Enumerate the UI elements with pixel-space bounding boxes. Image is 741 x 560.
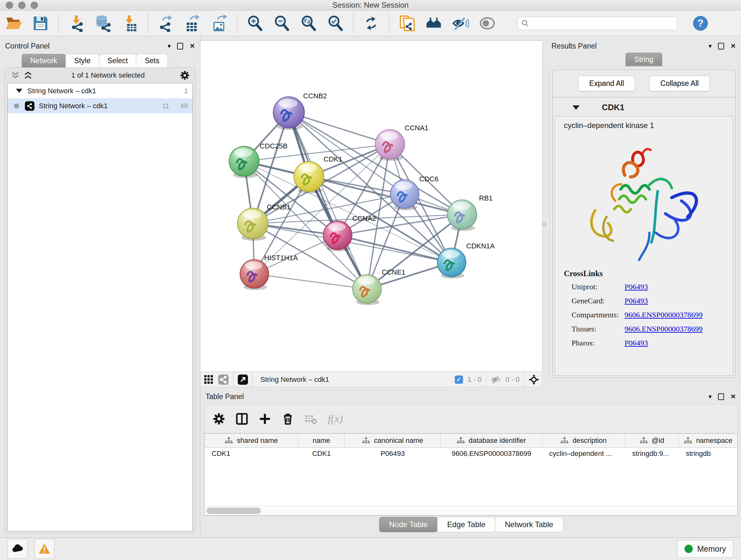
column-header-namespace[interactable]: namespace [679, 434, 738, 447]
zoom-fit-icon[interactable] [299, 14, 318, 33]
table-header-row: shared name name canonical name database… [205, 434, 738, 448]
crosslink-label: Pharos: [564, 339, 624, 348]
panel-float-icon[interactable] [177, 43, 183, 50]
network-node-HIST1H1A[interactable]: HIST1H1A [240, 254, 298, 290]
column-header-name[interactable]: name [298, 434, 345, 447]
selected-checkbox-icon[interactable]: ✓ [455, 375, 463, 384]
open-file-icon[interactable] [4, 14, 23, 33]
first-neighbors-icon[interactable] [424, 14, 443, 33]
tab-style[interactable]: Style [65, 54, 99, 67]
table-gear-icon[interactable] [213, 413, 225, 425]
show-columns-icon[interactable] [236, 413, 248, 425]
panel-float-icon[interactable] [718, 393, 724, 400]
help-icon[interactable]: ? [693, 16, 708, 30]
panel-menu-icon[interactable]: ▾ [167, 42, 171, 50]
hide-selected-icon[interactable] [451, 14, 470, 33]
center-view-icon[interactable] [529, 374, 539, 385]
crosslinks-title: CrossLinks [564, 269, 730, 278]
network-node-CDKN1A[interactable]: CDKN1A [437, 242, 495, 278]
tab-network-table[interactable]: Network Table [495, 517, 563, 532]
horizontal-scrollbar[interactable] [205, 506, 738, 515]
copy-network-icon[interactable] [398, 14, 416, 33]
collapse-all-button[interactable]: Collapse All [649, 76, 710, 91]
crosslink-link[interactable]: P06493 [624, 297, 648, 305]
cell-namespace[interactable]: stringdb [679, 448, 738, 462]
zoom-in-icon[interactable] [246, 14, 264, 33]
crosslink-link[interactable]: P06493 [624, 339, 648, 348]
cell-canonical-name[interactable]: P06493 [345, 448, 441, 462]
show-all-icon[interactable] [478, 14, 496, 33]
expand-all-button[interactable]: Expand All [578, 76, 635, 91]
crosslink-link[interactable]: P06493 [624, 283, 648, 291]
panel-close-icon[interactable]: ✕ [731, 42, 736, 50]
column-header-database-identifier[interactable]: database identifier [441, 434, 542, 447]
detach-view-icon[interactable] [238, 374, 248, 385]
panel-close-icon[interactable]: ✕ [190, 42, 195, 50]
collapse-all-icon[interactable] [10, 71, 20, 79]
cell-shared-name[interactable]: CDK1 [205, 448, 298, 462]
refresh-icon[interactable] [362, 14, 381, 33]
cell-id[interactable]: stringdb:9... [625, 448, 679, 462]
cloud-button[interactable] [8, 539, 27, 559]
search-input[interactable] [532, 19, 674, 27]
zoom-out-icon[interactable] [273, 14, 291, 33]
column-header-id[interactable]: @id [625, 434, 679, 447]
memory-button[interactable]: Memory [677, 540, 733, 558]
entry-collapse-icon[interactable] [572, 105, 580, 110]
gear-icon[interactable] [180, 71, 190, 80]
crosslink-link[interactable]: 9606.ENSP00000378699 [624, 311, 703, 319]
network-node-CCNB2[interactable]: CCNB2 [273, 92, 327, 130]
zoom-selected-icon[interactable] [326, 14, 345, 33]
save-session-icon[interactable] [31, 14, 50, 33]
table-row[interactable]: CDK1 CDK1 P06493 9606.ENSP00000378699 cy… [205, 448, 738, 462]
network-node-CDK1[interactable]: CDK1 [294, 155, 342, 193]
export-network-icon[interactable] [156, 14, 175, 33]
expand-all-icon[interactable] [23, 71, 33, 79]
network-edge[interactable] [254, 274, 367, 289]
panel-menu-icon[interactable]: ▾ [709, 393, 712, 400]
scrollbar-thumb[interactable] [206, 508, 261, 514]
export-table-icon[interactable] [183, 14, 202, 33]
panel-menu-icon[interactable]: ▾ [709, 42, 712, 50]
network-edge[interactable] [338, 235, 452, 262]
crosslink-row: Compartments: 9606.ENSP00000378699 [564, 311, 730, 319]
tab-sets[interactable]: Sets [136, 54, 168, 67]
birds-eye-view-icon[interactable] [204, 374, 214, 385]
tab-edge-table[interactable]: Edge Table [437, 517, 495, 532]
delete-table-icon[interactable] [305, 413, 317, 425]
network-row[interactable]: String Network – cdk1 11 48 [8, 98, 192, 113]
network-edge[interactable] [289, 112, 367, 289]
column-header-canonical-name[interactable]: canonical name [345, 434, 441, 447]
import-network-icon[interactable] [67, 14, 85, 33]
warnings-button[interactable] [35, 539, 54, 559]
divider-handle[interactable] [542, 222, 547, 227]
add-column-icon[interactable] [259, 413, 271, 425]
network-share-icon[interactable] [218, 374, 228, 385]
import-network-from-database-icon[interactable] [94, 14, 112, 33]
tab-node-table[interactable]: Node Table [379, 517, 437, 532]
panel-divider[interactable] [542, 36, 546, 387]
tab-string[interactable]: String [625, 53, 662, 66]
network-canvas[interactable]: CCNB2CCNA1CDC25BCDK1CDC6RB1CCNB1CCNA2CDK… [200, 41, 542, 372]
delete-column-icon[interactable] [282, 413, 294, 425]
import-table-icon[interactable] [121, 14, 139, 33]
node-label: CCNE1 [382, 268, 406, 276]
network-node-CDC6[interactable]: CDC6 [390, 175, 439, 210]
panel-close-icon[interactable]: ✕ [731, 393, 736, 400]
tab-network[interactable]: Network [22, 54, 66, 67]
column-header-description[interactable]: description [542, 434, 625, 447]
network-node-RB1[interactable]: RB1 [448, 194, 493, 231]
column-header-shared-name[interactable]: shared name [205, 434, 298, 447]
cell-name[interactable]: CDK1 [298, 448, 345, 462]
cell-description[interactable]: cyclin–dependent ... [542, 448, 625, 462]
hidden-eye-icon[interactable] [491, 374, 501, 385]
network-collection-row[interactable]: String Network – cdk1 1 [8, 83, 192, 98]
export-image-icon[interactable] [210, 14, 228, 33]
tab-select[interactable]: Select [99, 54, 137, 67]
network-status-dot [14, 104, 19, 109]
function-builder-icon[interactable]: f(x) [328, 413, 343, 425]
cell-database-identifier[interactable]: 9606.ENSP00000378699 [441, 448, 542, 462]
crosslink-link[interactable]: 9606.ENSP00000378699 [624, 325, 703, 333]
tree-expand-icon[interactable] [16, 89, 22, 93]
panel-float-icon[interactable] [718, 43, 724, 50]
